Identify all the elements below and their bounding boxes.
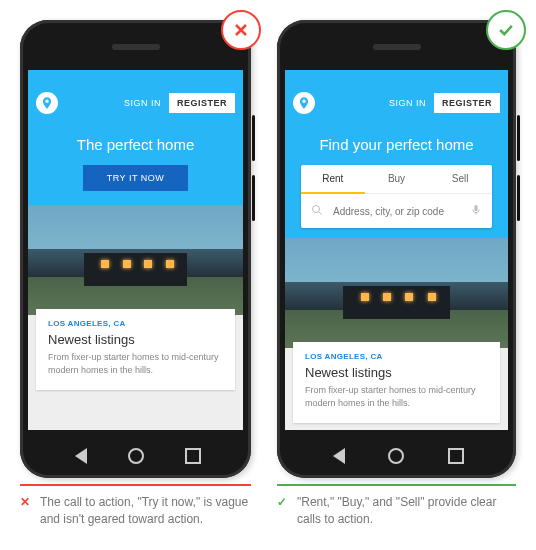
listing-title: Newest listings: [305, 365, 488, 380]
caption-text: "Rent," "Buy," and "Sell" provide clear …: [297, 494, 516, 529]
status-bar: [285, 70, 508, 86]
listing-card[interactable]: LOS ANGELES, CA Newest listings From fix…: [36, 309, 235, 390]
caption-good: ✓ "Rent," "Buy," and "Sell" provide clea…: [277, 494, 516, 529]
tab-buy[interactable]: Buy: [365, 165, 429, 194]
svg-point-0: [313, 206, 320, 213]
search-box: Rent Buy Sell: [301, 165, 492, 228]
logo-icon: [36, 92, 58, 114]
phone-frame: SIGN IN REGISTER Find your perfect home …: [277, 20, 516, 478]
hero: Find your perfect home Rent Buy Sell: [285, 120, 508, 242]
example-bad: SIGN IN REGISTER The perfect home TRY IT…: [20, 20, 251, 529]
caption-bad: ✕ The call to action, "Try it now," is v…: [20, 494, 251, 529]
content: LOS ANGELES, CA Newest listings From fix…: [28, 209, 243, 430]
hero: The perfect home TRY IT NOW: [28, 120, 243, 209]
tabs: Rent Buy Sell: [301, 165, 492, 194]
x-icon: ✕: [20, 494, 30, 529]
badge-incorrect: [221, 10, 261, 50]
android-nav: [20, 448, 251, 464]
app-bar: SIGN IN REGISTER: [28, 86, 243, 120]
back-icon[interactable]: [71, 448, 87, 464]
listing-photo: [285, 238, 508, 348]
signin-link[interactable]: SIGN IN: [389, 98, 426, 108]
signin-link[interactable]: SIGN IN: [124, 98, 161, 108]
search-icon: [311, 202, 323, 220]
mic-icon[interactable]: [470, 202, 482, 220]
android-nav: [277, 448, 516, 464]
home-icon[interactable]: [388, 448, 404, 464]
rule-good: [277, 484, 516, 486]
recent-icon[interactable]: [185, 448, 201, 464]
check-icon: ✓: [277, 494, 287, 529]
hero-title: Find your perfect home: [297, 136, 496, 153]
app-bar: SIGN IN REGISTER: [285, 86, 508, 120]
listing-location: LOS ANGELES, CA: [48, 319, 223, 328]
recent-icon[interactable]: [448, 448, 464, 464]
badge-correct: [486, 10, 526, 50]
rule-bad: [20, 484, 251, 486]
status-bar: [28, 70, 243, 86]
register-button[interactable]: REGISTER: [169, 93, 235, 113]
tab-sell[interactable]: Sell: [428, 165, 492, 194]
caption-text: The call to action, "Try it now," is vag…: [40, 494, 251, 529]
logo-icon: [293, 92, 315, 114]
listing-title: Newest listings: [48, 332, 223, 347]
example-good: SIGN IN REGISTER Find your perfect home …: [277, 20, 516, 529]
home-icon[interactable]: [128, 448, 144, 464]
register-button[interactable]: REGISTER: [434, 93, 500, 113]
hero-title: The perfect home: [40, 136, 231, 153]
try-it-now-button[interactable]: TRY IT NOW: [83, 165, 189, 191]
listing-card[interactable]: LOS ANGELES, CA Newest listings From fix…: [293, 342, 500, 423]
content: LOS ANGELES, CA Newest listings From fix…: [285, 242, 508, 430]
listing-location: LOS ANGELES, CA: [305, 352, 488, 361]
tab-rent[interactable]: Rent: [301, 165, 365, 194]
listing-photo: [28, 205, 243, 315]
phone-frame: SIGN IN REGISTER The perfect home TRY IT…: [20, 20, 251, 478]
listing-desc: From fixer-up starter homes to mid-centu…: [48, 351, 223, 376]
search-input[interactable]: [331, 205, 462, 218]
screen: SIGN IN REGISTER Find your perfect home …: [285, 70, 508, 430]
back-icon[interactable]: [329, 448, 345, 464]
screen: SIGN IN REGISTER The perfect home TRY IT…: [28, 70, 243, 430]
listing-desc: From fixer-up starter homes to mid-centu…: [305, 384, 488, 409]
